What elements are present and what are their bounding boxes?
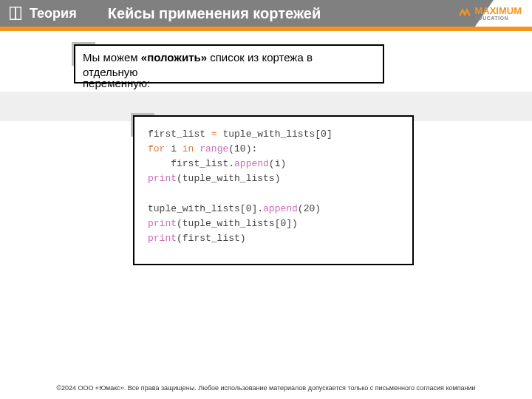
svg-rect-1 [16,7,21,20]
code-l8fn: print [148,233,177,244]
code-l2b: ( [228,143,234,154]
section-label: Теория [30,6,77,21]
code-l3a: first_list. [148,158,234,169]
code-l7b: ]) [286,218,298,229]
callout-line1c: список из кортежа в [207,51,313,64]
code-l2c: ): [246,143,258,154]
header-banner: Теория Кейсы применения кортежей MAXIMUM… [0,0,532,33]
code-l4fn: print [148,173,177,184]
brand-name: MAXIMUM [474,6,522,16]
code-content: first_list = tuple_with_lists[0] for i i… [133,115,414,265]
code-l6n: 20 [304,203,316,214]
callout-line2: отдельную [83,66,138,78]
code-l4a: (tuple_with_lists) [177,173,280,184]
code-l3b: (i) [269,158,286,169]
code-l2in: in [183,143,194,154]
code-l2range: range [200,143,228,154]
code-l3fn: append [234,158,269,169]
code-l8a: (first_list) [177,233,246,244]
brand-chevron-icon [458,7,471,20]
callout-line3: переменную: [83,77,150,89]
code-l2for: for [148,143,165,154]
code-l7fn: print [148,218,177,229]
brand-logo: MAXIMUM EDUCATION [458,6,522,21]
footer-copyright: ©2024 ООО «Юмакс». Все права защищены. Л… [0,384,532,392]
code-l1eq: = [211,129,217,140]
callout-line1a: Мы можем [83,51,141,64]
code-l2a: i [165,143,182,154]
banner-accent-bar [0,27,532,31]
callout-line1b: «положить» [141,51,207,64]
code-l6b: ]. [251,203,263,214]
brand-sub: EDUCATION [474,16,522,21]
code-l1b: tuple_with_lists[ [217,129,321,140]
code-l1c: ] [327,129,332,140]
door-icon [7,5,24,21]
code-l6a: tuple_with_lists[ [148,203,246,214]
banner-section: Теория [0,0,92,27]
code-l2n: 10 [234,143,246,154]
code-l6d: ) [315,203,321,214]
code-l1idx: 0 [321,129,327,140]
code-l1a: first_list [148,129,211,140]
banner-title: Кейсы применения кортежей [108,5,321,22]
code-l7a: (tuple_with_lists[ [177,218,280,229]
svg-rect-0 [10,7,16,20]
code-l6c: ( [298,203,304,214]
code-l6fn: append [263,203,298,214]
code-block: first_list = tuple_with_lists[0] for i i… [133,115,414,265]
